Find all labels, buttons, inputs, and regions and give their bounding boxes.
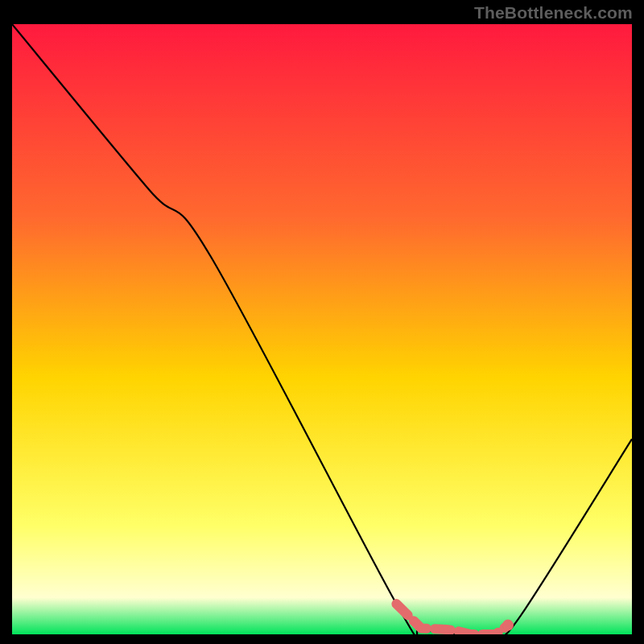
bottleneck-chart: [12, 24, 632, 634]
watermark-text: TheBottleneck.com: [474, 3, 633, 23]
gradient-background: [12, 24, 632, 634]
chart-frame: [12, 24, 632, 634]
highlight-dot: [502, 620, 514, 631]
